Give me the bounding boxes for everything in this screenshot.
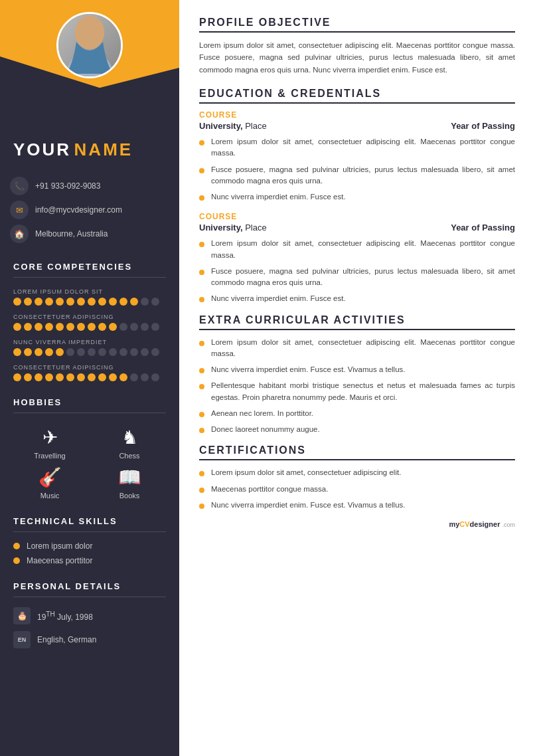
first-name: YOUR — [13, 140, 71, 159]
competency-label-4: CONSECTETUER ADIPISCING — [13, 364, 166, 371]
profile-objective-text: Lorem ipsum dolor sit amet, consectetuer… — [199, 39, 515, 76]
hobby-music-label: Music — [40, 492, 60, 500]
watermark: myCVdesigner .com — [199, 520, 515, 528]
competency-1: LOREM IPSUM DOLOR SIT — [0, 284, 179, 310]
bullet-item: Nunc viverra imperdiet enim. Fusce est. — [199, 191, 515, 203]
dot — [56, 348, 64, 356]
dot — [88, 348, 96, 356]
dots-row-2 — [13, 323, 166, 331]
skill-1: Lorem ipsum dolor — [0, 539, 179, 553]
dot — [98, 348, 106, 356]
dot — [119, 348, 127, 356]
hobbies-grid: ✈ Travelling ♞ Chess 🎸 Music 📖 Books — [0, 420, 179, 506]
dot — [56, 323, 64, 331]
hobby-travelling-label: Travelling — [34, 452, 65, 460]
dot — [77, 348, 85, 356]
dot — [66, 323, 74, 331]
dot — [98, 298, 106, 306]
course-2: COURSE University, Place Year of Passing… — [199, 212, 515, 304]
course-2-bullets: Lorem ipsum dolor sit amet, consectetuer… — [199, 238, 515, 304]
hobbies-title: HOBBIES — [0, 391, 179, 413]
course-1: COURSE University, Place Year of Passing… — [199, 110, 515, 203]
university-name-2: University, Place — [199, 223, 267, 233]
divider-skills — [13, 531, 166, 532]
dot — [56, 373, 64, 381]
hobby-travelling: ✈ Travelling — [13, 426, 86, 460]
dot — [24, 348, 32, 356]
dots-row-1 — [13, 298, 166, 306]
dot — [35, 348, 42, 356]
watermark-tld: .com — [502, 521, 515, 528]
svg-point-1 — [75, 16, 104, 49]
email-item: ✉ info@mycvdesigner.com — [10, 201, 169, 219]
dot — [141, 373, 149, 381]
university-row-1: University, Place Year of Passing — [199, 121, 515, 131]
competency-label-2: CONSECTETUER ADIPISCING — [13, 314, 166, 320]
dot — [141, 298, 149, 306]
skill-bullet-2 — [13, 557, 20, 564]
dot — [24, 323, 32, 331]
competencies-title: CORE COMPETENCIES — [0, 255, 179, 277]
name-section: YOUR NAME — [0, 133, 179, 170]
dot — [35, 373, 42, 381]
watermark-brand: myCVdesigner — [449, 520, 500, 528]
dot — [13, 348, 21, 356]
dots-row-3 — [13, 348, 166, 356]
competency-4: CONSECTETUER ADIPISCING — [0, 360, 179, 385]
travelling-icon: ✈ — [42, 426, 58, 448]
dot — [151, 373, 159, 381]
skill-text-2: Maecenas porttitor — [27, 556, 92, 565]
technical-skills-title: TECHNICAL SKILLS — [0, 510, 179, 531]
competency-label-1: LOREM IPSUM DOLOR SIT — [13, 288, 166, 295]
dot — [119, 373, 127, 381]
dot — [45, 348, 53, 356]
dot — [119, 323, 127, 331]
music-icon: 🎸 — [38, 466, 62, 488]
skill-text-1: Lorem ipsum dolor — [27, 541, 92, 551]
dot — [151, 298, 159, 306]
dob-text: 19TH July, 1998 — [37, 611, 93, 622]
dot — [141, 348, 149, 356]
dob-icon: 🎂 — [13, 607, 31, 624]
contact-section: 📞 +91 933-092-9083 ✉ info@mycvdesigner.c… — [0, 170, 179, 255]
bullet-item: Lorem ipsum dolor sit amet, consectetuer… — [199, 337, 515, 360]
course-1-bullets: Lorem ipsum dolor sit amet, consectetuer… — [199, 136, 515, 203]
email-text: info@mycvdesigner.com — [35, 205, 122, 215]
books-icon: 📖 — [118, 466, 141, 488]
sidebar-header — [0, 0, 179, 133]
dot — [109, 373, 117, 381]
lang-text: English, German — [37, 635, 96, 644]
hobby-chess-label: Chess — [119, 452, 139, 460]
competency-3: NUNC VIVERRA IMPERDIET — [0, 335, 179, 360]
dot — [77, 298, 85, 306]
chess-icon: ♞ — [121, 426, 138, 448]
bullet-item: Lorem ipsum dolor sit amet, consectetuer… — [199, 136, 515, 159]
bullet-item: Nunc viverra imperdiet enim. Fusce est. — [199, 293, 515, 304]
cert-bullets: Lorem ipsum dolor sit amet, consectetuer… — [199, 467, 515, 511]
phone-icon: 📞 — [10, 177, 29, 195]
dot — [13, 298, 21, 306]
dot — [88, 298, 96, 306]
dot — [13, 323, 21, 331]
dot — [66, 348, 74, 356]
extra-bullets: Lorem ipsum dolor sit amet, consectetuer… — [199, 337, 515, 436]
personal-dob: 🎂 19TH July, 1998 — [0, 604, 179, 628]
dot — [119, 298, 127, 306]
personal-details-title: PERSONAL DETAILS — [0, 575, 179, 597]
bullet-item: Aenean nec lorem. In porttitor. — [199, 408, 515, 419]
hobby-music: 🎸 Music — [13, 466, 86, 500]
bullet-item: Maecenas porttitor congue massa. — [199, 484, 515, 495]
competency-label-3: NUNC VIVERRA IMPERDIET — [13, 339, 166, 345]
phone-text: +91 933-092-9083 — [35, 181, 100, 191]
divider-hobbies — [13, 413, 166, 413]
bullet-item: Fusce posuere, magna sed pulvinar ultric… — [199, 164, 515, 187]
hobby-books-label: Books — [119, 492, 140, 500]
dot — [141, 323, 149, 331]
photo-placeholder — [58, 14, 121, 76]
dot — [24, 298, 32, 306]
dot — [88, 373, 96, 381]
skill-2: Maecenas porttitor — [0, 553, 179, 568]
dot — [24, 373, 32, 381]
sidebar: YOUR NAME 📞 +91 933-092-9083 ✉ info@mycv… — [0, 0, 179, 756]
dots-row-4 — [13, 373, 166, 381]
